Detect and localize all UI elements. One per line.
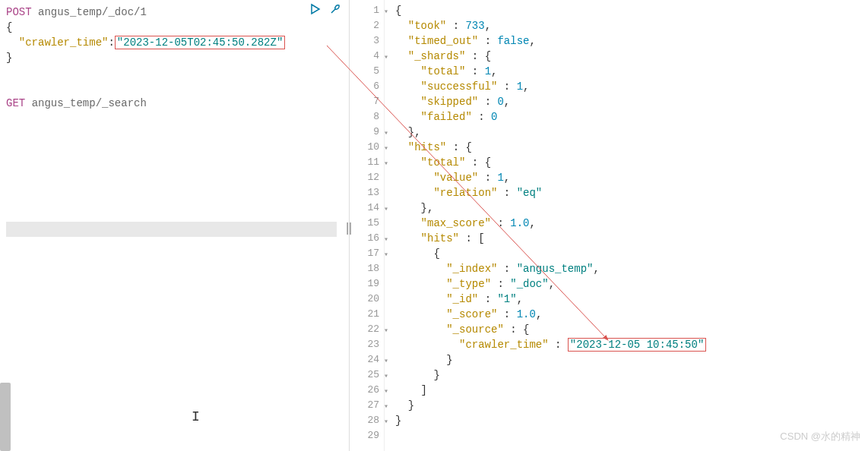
output-line[interactable]: } [395, 352, 868, 367]
output-line[interactable]: "total" : { [395, 155, 868, 170]
output-line[interactable]: "_shards" : { [395, 49, 868, 64]
output-line[interactable]: "_source" : { [395, 322, 868, 337]
output-line[interactable]: "_index" : "angus_temp", [395, 261, 868, 276]
response-body[interactable]: { "took" : 733, "timed_out" : false, "_s… [385, 0, 868, 451]
output-line[interactable]: "timed_out" : false, [395, 33, 868, 49]
gutter-line: 27▾ [350, 398, 379, 413]
editor-cursor-area[interactable] [0, 222, 349, 237]
http-path: angus_temp/_doc/1 [38, 6, 147, 18]
gutter-line: 1▾ [350, 3, 379, 18]
http-method: GET [6, 97, 25, 109]
request-line-1[interactable]: POST angus_temp/_doc/1 [6, 5, 343, 20]
gutter-line: 9▾ [350, 125, 379, 140]
output-line[interactable]: } [395, 367, 868, 383]
output-line[interactable]: }, [395, 125, 868, 140]
request-body-open[interactable]: { [6, 20, 343, 35]
gutter-line: 5 [350, 64, 379, 79]
output-line[interactable]: "hits" : { [395, 140, 868, 155]
wrench-icon[interactable] [329, 3, 343, 17]
gutter-line: 6 [350, 79, 379, 94]
gutter-line: 13 [350, 185, 379, 200]
response-output-panel: 1▾234▾56789▾10▾11▾121314▾1516▾17▾1819202… [350, 0, 868, 451]
http-method: POST [6, 6, 32, 18]
output-line[interactable]: } [395, 398, 868, 413]
output-line[interactable]: "failed" : 0 [395, 109, 868, 125]
gutter-line: 17▾ [350, 246, 379, 261]
output-line[interactable]: "skipped" : 0, [395, 94, 868, 109]
gutter-line: 21 [350, 307, 379, 322]
crawler-time-input-value: "2023-12-05T02:45:50.282Z" [115, 36, 285, 49]
request-editor[interactable]: POST angus_temp/_doc/1 { "crawler_time":… [0, 0, 349, 115]
gutter-line: 10▾ [350, 140, 379, 155]
active-line-highlight [6, 222, 337, 237]
gutter-line: 16▾ [350, 231, 379, 246]
output-line[interactable]: "successful" : 1, [395, 79, 868, 94]
scrollbar-vertical[interactable] [0, 383, 11, 451]
crawler-time-output-value: "2023-12-05 10:45:50" [568, 338, 706, 352]
gutter-line: 29 [350, 428, 379, 443]
gutter-line: 20 [350, 292, 379, 307]
gutter-line: 28▾ [350, 413, 379, 428]
output-line[interactable]: { [395, 3, 868, 18]
output-line[interactable]: }, [395, 200, 868, 216]
output-line[interactable]: "total" : 1, [395, 64, 868, 79]
gutter-line: 3 [350, 33, 379, 49]
output-line[interactable]: "hits" : [ [395, 231, 868, 246]
gutter-line: 7 [350, 94, 379, 109]
gutter-line: 18 [350, 261, 379, 276]
output-line[interactable]: "_id" : "1", [395, 292, 868, 307]
output-line[interactable]: } [395, 413, 868, 428]
editor-actions [309, 3, 343, 17]
gutter-line: 19 [350, 276, 379, 292]
output-line[interactable]: "took" : 733, [395, 18, 868, 33]
gutter-line: 26▾ [350, 383, 379, 398]
request-editor-panel[interactable]: POST angus_temp/_doc/1 { "crawler_time":… [0, 0, 350, 451]
gutter-line: 23 [350, 337, 379, 352]
play-icon[interactable] [309, 3, 323, 17]
request-body-close[interactable]: } [6, 50, 343, 65]
output-line[interactable]: "relation" : "eq" [395, 185, 868, 200]
gutter-line: 25▾ [350, 367, 379, 383]
http-path: angus_temp/_search [32, 97, 147, 109]
gutter-line: 4▾ [350, 49, 379, 64]
output-line[interactable]: ] [395, 383, 868, 398]
gutter-line: 24▾ [350, 352, 379, 367]
request-line-2[interactable]: GET angus_temp/_search [6, 96, 343, 111]
watermark-text: CSDN @水的精神 [780, 430, 860, 443]
output-line[interactable]: "crawler_time" : "2023-12-05 10:45:50" [395, 337, 868, 352]
output-line[interactable]: "max_score" : 1.0, [395, 216, 868, 231]
gutter-line: 22▾ [350, 322, 379, 337]
gutter-line: 15 [350, 216, 379, 231]
output-line[interactable]: "_type" : "_doc", [395, 276, 868, 292]
gutter-line: 14▾ [350, 200, 379, 216]
gutter-line: 8 [350, 109, 379, 125]
output-line[interactable]: "_score" : 1.0, [395, 307, 868, 322]
gutter-line: 11▾ [350, 155, 379, 170]
line-gutter: 1▾234▾56789▾10▾11▾121314▾1516▾17▾1819202… [350, 0, 385, 451]
text-cursor-icon: I [192, 409, 200, 424]
request-body-field[interactable]: "crawler_time":"2023-12-05T02:45:50.282Z… [6, 35, 343, 50]
gutter-line: 12 [350, 170, 379, 185]
gutter-line: 2 [350, 18, 379, 33]
output-line[interactable]: "value" : 1, [395, 170, 868, 185]
output-line[interactable]: { [395, 246, 868, 261]
